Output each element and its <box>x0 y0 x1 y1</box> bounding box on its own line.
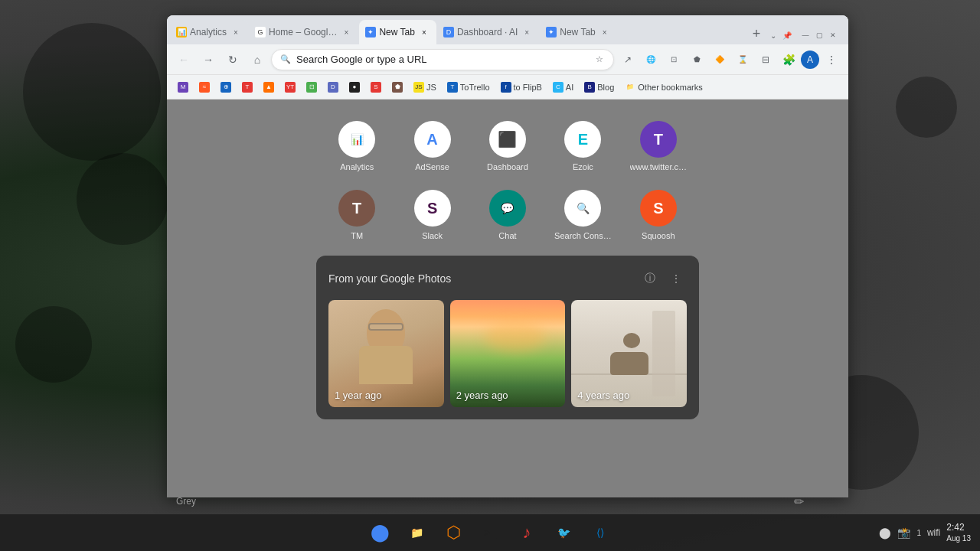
address-bar[interactable]: 🔍 ☆ <box>271 49 614 70</box>
tab-close-dashboard[interactable]: × <box>521 26 533 38</box>
shortcut-icon-dashboard: ⬛ <box>489 121 526 158</box>
tab-close-analytics[interactable]: × <box>230 26 242 38</box>
shortcuts-section: 📊AnalyticsAAdSense⬛DashboardEEzoicTwww.t… <box>316 109 699 253</box>
tab-newtab2[interactable]: ✦New Tab× <box>540 20 616 44</box>
taskbar-app-vs-code[interactable]: ⟨⟩ <box>585 517 616 548</box>
bookmark-bm5[interactable]: ▲ <box>259 79 279 96</box>
shortcut-searchcons[interactable]: 🔍Search Cons… <box>548 184 617 246</box>
taskbar-app-twitter-app[interactable]: 🐦 <box>548 517 579 548</box>
bookmark-bm8[interactable]: D <box>323 79 343 96</box>
bookmark-favicon-bm9: ● <box>349 82 360 93</box>
shortcut-label-adsense: AdSense <box>415 162 449 171</box>
shortcut-analytics[interactable]: 📊Analytics <box>322 115 391 178</box>
extension-icon-2[interactable]: ⊡ <box>663 49 684 70</box>
back-button[interactable]: ← <box>173 49 194 70</box>
bookmark-bm1[interactable]: M <box>173 79 193 96</box>
reader-mode-button[interactable]: ⊟ <box>755 49 776 70</box>
shortcut-icon-tm: T <box>338 190 375 227</box>
bookmark-bm4[interactable]: T <box>237 79 257 96</box>
bookmark-bm11[interactable]: ⬟ <box>387 79 407 96</box>
menu-button[interactable]: ⋮ <box>821 49 842 70</box>
taskbar-app-terminal[interactable]: >_ <box>475 517 505 548</box>
shortcut-dashboard[interactable]: ⬛Dashboard <box>473 115 542 178</box>
bookmark-bm-blog[interactable]: BBlog <box>580 79 619 96</box>
new-tab-button[interactable]: + <box>746 23 767 44</box>
taskbar-app-music[interactable]: ♪ <box>511 517 542 548</box>
bookmark-favicon-bm1: M <box>178 82 188 93</box>
shortcut-ezoic[interactable]: EEzoic <box>548 115 617 178</box>
photo-item-3[interactable]: 4 years ago <box>571 300 687 407</box>
tab-bar: 📊Analytics×GHome – Googl…×✦New Tab×DDash… <box>167 15 848 44</box>
bookmark-label-bm-js: JS <box>426 83 436 92</box>
shortcut-label-slack: Slack <box>422 231 443 240</box>
bookmark-bm-ai[interactable]: CAI <box>548 79 578 96</box>
photos-menu-button[interactable]: ⋮ <box>665 268 687 289</box>
shortcut-label-analytics: Analytics <box>340 162 374 171</box>
bookmark-bm7[interactable]: ⊡ <box>302 79 322 96</box>
tab-close-home-google[interactable]: × <box>340 26 352 38</box>
close-button[interactable]: ✕ <box>827 29 839 41</box>
photos-info-button[interactable]: ⓘ <box>639 268 661 289</box>
bookmark-bm-toflipb[interactable]: fto FlipB <box>496 79 547 96</box>
profile-button[interactable]: A <box>801 51 819 69</box>
bookmark-bm6[interactable]: YT <box>280 79 300 96</box>
photos-grid: 1 year ago 2 years ago <box>328 300 687 407</box>
bookmark-bm2[interactable]: ≈ <box>194 79 214 96</box>
photo-item-1[interactable]: 1 year ago <box>328 300 444 407</box>
tab-list-button[interactable]: ⌄ <box>767 29 779 41</box>
photo-label-2: 2 years ago <box>456 390 508 401</box>
tray-icon-3: 1 <box>916 529 921 537</box>
pin-button[interactable]: 📌 <box>781 29 793 41</box>
extensions-button[interactable]: 🧩 <box>778 49 799 70</box>
bookmark-favicon-bm-js: JS <box>413 82 424 93</box>
extension-icon-3[interactable]: ⬟ <box>686 49 707 70</box>
tab-newtab1[interactable]: ✦New Tab× <box>359 20 436 44</box>
tab-analytics[interactable]: 📊Analytics× <box>170 20 248 44</box>
minimize-button[interactable]: — <box>799 29 812 41</box>
shortcut-squoosh[interactable]: SSquoosh <box>624 184 693 246</box>
bookmark-bm-other[interactable]: 📁Other bookmarks <box>620 79 707 96</box>
extension-icon-4[interactable]: 🔶 <box>709 49 730 70</box>
shortcut-adsense[interactable]: AAdSense <box>397 115 466 178</box>
tab-close-newtab2[interactable]: × <box>599 26 611 38</box>
bookmark-bm10[interactable]: S <box>366 79 386 96</box>
tab-title-home-google: Home – Googl… <box>269 27 337 37</box>
shortcut-twitter[interactable]: Twww.twitter.c… <box>624 115 693 178</box>
bookmark-favicon-bm-other: 📁 <box>625 82 635 93</box>
bookmark-favicon-bm4: T <box>242 82 253 93</box>
window-controls: — ▢ ✕ <box>793 29 845 44</box>
maximize-button[interactable]: ▢ <box>813 29 825 41</box>
tab-favicon-home-google: G <box>255 27 266 37</box>
shortcut-tm[interactable]: TTM <box>322 184 391 246</box>
extension-icon-1[interactable]: 🌐 <box>640 49 662 70</box>
new-tab-content: 📊AnalyticsAAdSense⬛DashboardEEzoicTwww.t… <box>167 99 848 497</box>
forward-button[interactable]: → <box>198 49 219 70</box>
home-button[interactable]: ⌂ <box>247 49 268 70</box>
bookmark-favicon-bm10: S <box>371 82 381 93</box>
search-icon: 🔍 <box>279 54 292 66</box>
bookmark-bm-js[interactable]: JSJS <box>409 79 441 96</box>
shortcut-icon-slack: S <box>414 190 451 227</box>
shortcut-icon-twitter: T <box>640 121 677 158</box>
shortcut-slack[interactable]: SSlack <box>397 184 466 246</box>
deco-shape-3 <box>15 306 92 383</box>
taskbar-app-chrome[interactable]: ⬤ <box>364 517 395 548</box>
share-button[interactable]: ↗ <box>617 49 639 70</box>
tab-close-newtab1[interactable]: × <box>418 26 430 38</box>
tab-dashboard[interactable]: DDashboard · AI× <box>437 20 539 44</box>
tab-home-google[interactable]: GHome – Googl…× <box>249 20 358 44</box>
bookmark-bm3[interactable]: ⊕ <box>216 79 236 96</box>
taskbar-app-wallet[interactable]: ⬡ <box>438 517 469 548</box>
extension-icon-5[interactable]: ⌛ <box>732 49 753 70</box>
bookmark-bm-totrello[interactable]: TToTrello <box>443 79 495 96</box>
bookmark-bm9[interactable]: ● <box>345 79 364 96</box>
taskbar: ⬤📁⬡>_♪🐦⟨⟩ <box>0 514 980 551</box>
photo-item-2[interactable]: 2 years ago <box>450 300 566 407</box>
url-input[interactable] <box>296 54 589 65</box>
taskbar-app-files[interactable]: 📁 <box>401 517 432 548</box>
bookmark-label-bm-toflipb: to FlipB <box>514 83 542 92</box>
shortcut-icon-searchcons: 🔍 <box>564 190 601 227</box>
reload-button[interactable]: ↻ <box>222 49 243 70</box>
bookmark-star-icon[interactable]: ☆ <box>593 54 606 66</box>
shortcut-chat[interactable]: 💬Chat <box>473 184 542 246</box>
